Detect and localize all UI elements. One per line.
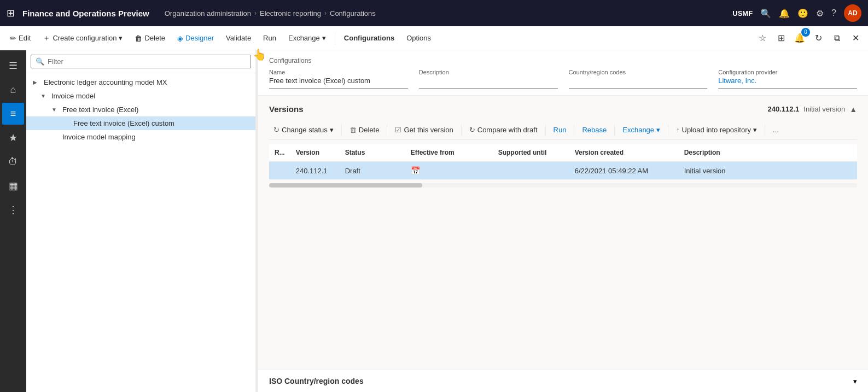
validate-button[interactable]: Validate bbox=[220, 31, 257, 45]
app-grid-icon[interactable]: ⊞ bbox=[7, 7, 15, 19]
horizontal-scrollbar[interactable] bbox=[269, 180, 857, 191]
scroll-track bbox=[269, 183, 857, 188]
country-label: Country/region codes bbox=[569, 69, 708, 75]
rebase-label: Rebase bbox=[582, 126, 607, 134]
refresh-icon[interactable]: ↻ bbox=[810, 30, 826, 46]
tree-item-elec-ledger[interactable]: ▶ Electronic ledger accounting model MX bbox=[26, 75, 255, 89]
ver-sep-2 bbox=[387, 125, 387, 136]
tree-item-mapping[interactable]: Invoice model mapping bbox=[26, 130, 255, 144]
ver-sep-1 bbox=[341, 125, 342, 136]
col-header-supported[interactable]: Supported until bbox=[493, 144, 569, 161]
col-header-status[interactable]: Status bbox=[340, 144, 405, 161]
versions-exchange-dropdown: ▾ bbox=[656, 126, 660, 134]
col-header-version-created[interactable]: Version created bbox=[569, 144, 679, 161]
provider-value[interactable]: Litware, Inc. bbox=[718, 77, 857, 89]
sidenav-menu-icon[interactable]: ⋮ bbox=[2, 199, 24, 221]
col-header-description[interactable]: Description bbox=[679, 144, 857, 161]
description-value bbox=[419, 77, 558, 89]
filter-input-wrap: 🔍 bbox=[31, 55, 251, 68]
cell-status: Draft bbox=[340, 161, 405, 180]
smiley-icon[interactable]: 🙂 bbox=[797, 8, 808, 19]
versions-title: Versions bbox=[269, 104, 304, 114]
notification-icon[interactable]: 🔔 0 bbox=[791, 30, 808, 46]
tree-filter-area: 🔍 bbox=[26, 50, 255, 73]
rebase-button[interactable]: Rebase bbox=[578, 124, 611, 136]
versions-exchange-button[interactable]: Exchange ▾ bbox=[618, 124, 665, 136]
name-label: Name bbox=[269, 69, 408, 75]
configurations-tab[interactable]: Configurations bbox=[339, 31, 400, 45]
create-dropdown-icon: ▾ bbox=[119, 34, 123, 42]
col-header-effective[interactable]: Effective from bbox=[405, 144, 493, 161]
versions-table: R... Version Status Effective from Suppo… bbox=[269, 144, 857, 180]
create-configuration-button[interactable]: ＋ Create configuration ▾ bbox=[37, 31, 128, 46]
close-icon[interactable]: ✕ bbox=[847, 30, 864, 46]
breadcrumb-configurations[interactable]: Configurations bbox=[330, 9, 376, 17]
sidenav-clock-icon[interactable]: ⏱ bbox=[2, 151, 24, 173]
tree-item-invoice-model[interactable]: ▼ Invoice model bbox=[26, 89, 255, 103]
upload-dropdown-icon: ▾ bbox=[753, 126, 757, 134]
version-number: 240.112.1 bbox=[767, 105, 799, 113]
sidenav-star-icon[interactable]: ★ bbox=[2, 127, 24, 149]
cell-description: Initial version bbox=[679, 161, 857, 180]
delete-icon: 🗑 bbox=[135, 34, 142, 43]
favorites-icon[interactable]: ☆ bbox=[754, 30, 771, 46]
iso-collapse-icon[interactable]: ▾ bbox=[853, 377, 857, 385]
description-label: Description bbox=[419, 69, 558, 75]
tree-item-ftinvoice[interactable]: ▼ Free text invoice (Excel) bbox=[26, 103, 255, 116]
bell-icon[interactable]: 🔔 bbox=[779, 8, 790, 19]
cell-version-created: 6/22/2021 05:49:22 AM bbox=[569, 161, 679, 180]
col-header-version[interactable]: Version bbox=[290, 144, 340, 161]
provider-field-group: Configuration provider Litware, Inc. bbox=[718, 69, 857, 89]
search-icon[interactable]: 🔍 bbox=[760, 8, 771, 19]
versions-run-button[interactable]: Run bbox=[549, 124, 571, 136]
country-value bbox=[569, 77, 708, 89]
filter-input[interactable] bbox=[48, 57, 246, 66]
help-icon[interactable]: ? bbox=[831, 8, 836, 18]
exchange-button[interactable]: Exchange ▾ bbox=[283, 31, 331, 45]
scroll-thumb[interactable] bbox=[269, 183, 422, 188]
versions-delete-button[interactable]: 🗑 Delete bbox=[345, 124, 384, 136]
more-options-button[interactable]: ... bbox=[768, 124, 783, 136]
columns-icon[interactable]: ⊞ bbox=[773, 30, 789, 46]
breadcrumb-electronic-reporting[interactable]: Electronic reporting bbox=[260, 9, 321, 17]
sidenav-hamburger-icon[interactable]: ☰ bbox=[2, 55, 24, 77]
versions-toolbar: ↻ Change status ▾ 🗑 Delete ☑ Get this ve… bbox=[269, 120, 857, 140]
sidenav-dashboard-icon[interactable]: ▦ bbox=[2, 175, 24, 197]
get-this-version-button[interactable]: ☑ Get this version bbox=[391, 124, 457, 136]
breadcrumb-sep-1: › bbox=[254, 9, 257, 17]
compare-with-draft-button[interactable]: ↻ Compare with draft bbox=[465, 124, 542, 136]
delete-button[interactable]: 🗑 Delete bbox=[129, 31, 171, 45]
edit-button[interactable]: ✏ Edit bbox=[4, 31, 36, 45]
sidenav-list-icon[interactable]: ≡ bbox=[2, 103, 24, 125]
table-header-row: R... Version Status Effective from Suppo… bbox=[269, 144, 857, 161]
open-in-new-icon[interactable]: ⧉ bbox=[829, 30, 845, 46]
versions-collapse-button[interactable]: ▲ bbox=[849, 105, 857, 114]
sidenav-home-icon[interactable]: ⌂ bbox=[2, 79, 24, 101]
upload-into-repository-label: Upload into repository bbox=[682, 126, 751, 134]
name-value: Free text invoice (Excel) custom bbox=[269, 77, 408, 89]
tree-item-label-elec: Electronic ledger accounting model MX bbox=[44, 78, 251, 86]
tree-item-ftcustom[interactable]: Free text invoice (Excel) custom bbox=[26, 116, 255, 130]
expand-icon-ftinvoice: ▼ bbox=[51, 107, 59, 113]
form-fields: Name Free text invoice (Excel) custom De… bbox=[269, 69, 857, 95]
effective-from-calendar-icon[interactable]: 📅 bbox=[411, 166, 420, 175]
breadcrumb: Organization administration › Electronic… bbox=[165, 9, 729, 17]
org-label: USMF bbox=[732, 9, 753, 17]
content-header: Configurations Name Free text invoice (E… bbox=[258, 50, 868, 96]
breadcrumb-org-admin[interactable]: Organization administration bbox=[165, 9, 251, 17]
table-row[interactable]: 240.112.1 Draft 📅 6/22/2021 05:49:22 AM … bbox=[269, 161, 857, 180]
designer-button[interactable]: ◈ Designer bbox=[172, 31, 219, 45]
upload-icon: ↑ bbox=[676, 126, 680, 134]
provider-label: Configuration provider bbox=[718, 69, 857, 75]
gear-icon[interactable]: ⚙ bbox=[816, 8, 824, 19]
edit-icon: ✏ bbox=[10, 34, 16, 43]
change-status-button[interactable]: ↻ Change status ▾ bbox=[269, 124, 338, 136]
iso-section-header[interactable]: ISO Country/region codes ▾ bbox=[269, 377, 857, 385]
upload-into-repository-button[interactable]: ↑ Upload into repository ▾ bbox=[672, 124, 761, 136]
avatar[interactable]: AD bbox=[844, 4, 861, 22]
options-tab[interactable]: Options bbox=[401, 31, 436, 45]
versions-section: Versions 240.112.1 Initial version ▲ ↻ C… bbox=[258, 96, 868, 370]
iso-section: ISO Country/region codes ▾ bbox=[258, 370, 868, 392]
versions-delete-label: Delete bbox=[359, 126, 380, 134]
run-button[interactable]: Run bbox=[258, 31, 282, 45]
